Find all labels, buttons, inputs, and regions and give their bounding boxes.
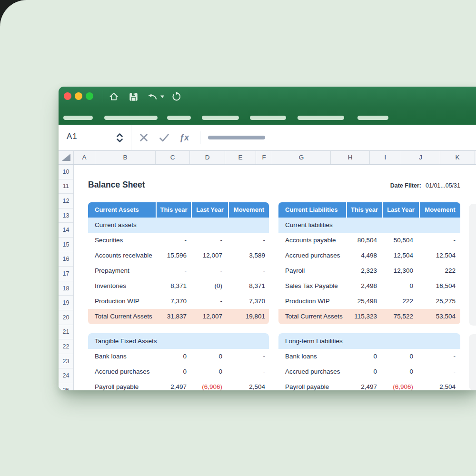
cell-value[interactable]: -: [419, 364, 460, 379]
row-label[interactable]: Accrued purchases: [278, 364, 346, 379]
column-header-i[interactable]: I: [370, 151, 401, 164]
cell-value[interactable]: -: [228, 233, 269, 248]
cell-value[interactable]: 12,504: [382, 248, 419, 263]
table-header-cell[interactable]: Movement: [419, 202, 460, 218]
row-label[interactable]: Payroll: [278, 263, 346, 278]
cell-value[interactable]: 0: [191, 349, 228, 364]
menu-item-placeholder[interactable]: [202, 116, 239, 120]
column-header-h[interactable]: H: [331, 151, 370, 164]
cell-value[interactable]: 2,498: [346, 278, 382, 294]
cell-value[interactable]: -: [228, 263, 269, 278]
zoom-window-button[interactable]: [86, 92, 93, 100]
confirm-icon[interactable]: [158, 131, 170, 144]
table-title-row[interactable]: Long-term Liabilities: [278, 333, 460, 349]
date-filter-value[interactable]: 01/01...05/31: [426, 182, 460, 189]
function-icon[interactable]: ƒx: [178, 131, 190, 144]
cell-value[interactable]: 2,497: [346, 379, 382, 390]
row-header[interactable]: 21: [59, 325, 73, 340]
cell-value[interactable]: 8,371: [156, 278, 191, 294]
row-label[interactable]: Bank loans: [88, 349, 156, 364]
cell-value[interactable]: 25,498: [346, 294, 382, 309]
row-label[interactable]: Accounts payable: [278, 233, 346, 248]
cell-value[interactable]: 0: [382, 278, 419, 294]
cell-value[interactable]: 222: [382, 294, 419, 309]
row-header[interactable]: 20: [59, 310, 73, 325]
menu-item-placeholder[interactable]: [357, 116, 388, 120]
select-all-corner[interactable]: [59, 151, 74, 164]
cell-value[interactable]: -: [228, 364, 269, 379]
row-label[interactable]: Securities: [88, 233, 156, 248]
row-label[interactable]: Inventories: [88, 278, 156, 294]
cell-value[interactable]: 115,323: [346, 309, 382, 324]
cell-value[interactable]: 2,323: [346, 263, 382, 278]
cell-value[interactable]: 16,504: [419, 278, 460, 294]
cell-value[interactable]: 12,504: [419, 248, 460, 263]
row-label[interactable]: Payroll payable: [88, 379, 156, 390]
column-header-e[interactable]: E: [225, 151, 256, 164]
row-label[interactable]: Accrued purchases: [88, 364, 156, 379]
cell-value[interactable]: 31,837: [156, 309, 191, 324]
cell-value[interactable]: 3,589: [228, 248, 269, 263]
cell-value[interactable]: 4,498: [346, 248, 382, 263]
row-label[interactable]: Total Current Assets: [88, 309, 156, 324]
row-label[interactable]: Production WIP: [88, 294, 156, 309]
menu-item-placeholder[interactable]: [298, 116, 344, 120]
menu-item-placeholder[interactable]: [104, 116, 158, 120]
column-header-c[interactable]: C: [156, 151, 190, 164]
row-label[interactable]: Accrued purchases: [278, 248, 346, 263]
cell-value[interactable]: 25,275: [419, 294, 460, 309]
cell-value[interactable]: 19,801: [228, 309, 269, 324]
cell-value[interactable]: 12,007: [191, 248, 228, 263]
row-header[interactable]: 25: [59, 383, 73, 390]
cell-value[interactable]: 0: [156, 364, 191, 379]
cell-value[interactable]: 2,504: [419, 379, 460, 390]
row-label[interactable]: Sales Tax Payable: [278, 278, 346, 294]
cell-value[interactable]: 8,371: [228, 278, 269, 294]
row-label[interactable]: Bank loans: [278, 349, 346, 364]
cell-value[interactable]: -: [156, 263, 191, 278]
column-header-a[interactable]: A: [74, 151, 95, 164]
cell-value[interactable]: 50,504: [382, 233, 419, 248]
menu-item-placeholder[interactable]: [167, 116, 191, 120]
cell-value[interactable]: 222: [419, 263, 460, 278]
name-box[interactable]: A1: [67, 132, 78, 141]
save-icon[interactable]: [127, 90, 139, 103]
home-icon[interactable]: [108, 90, 120, 103]
row-header[interactable]: 19: [59, 296, 73, 310]
cell-value[interactable]: -: [419, 233, 460, 248]
cell-value[interactable]: 15,596: [156, 248, 191, 263]
cell-value[interactable]: 2,497: [156, 379, 191, 390]
row-header[interactable]: 17: [59, 267, 73, 281]
column-header-j[interactable]: J: [401, 151, 440, 164]
column-header-g[interactable]: G: [272, 151, 331, 164]
cell-value[interactable]: -: [228, 349, 269, 364]
cell-value[interactable]: 7,370: [156, 294, 191, 309]
cell-reference-stepper-icon[interactable]: [113, 131, 126, 144]
row-header[interactable]: 10: [59, 165, 73, 179]
row-label[interactable]: Total Current Assets: [278, 309, 346, 324]
redo-icon[interactable]: [170, 90, 182, 103]
table-section-row[interactable]: Current liabilities: [278, 218, 460, 233]
cell-value-negative[interactable]: (6,906): [382, 379, 419, 390]
row-label[interactable]: Prepayment: [88, 263, 156, 278]
table-header-cell[interactable]: Current Liabilities: [278, 202, 346, 218]
row-header[interactable]: 18: [59, 281, 73, 296]
undo-icon[interactable]: [145, 90, 159, 103]
row-header[interactable]: 22: [59, 339, 73, 354]
table-header-cell[interactable]: Last Year: [382, 202, 419, 218]
cell-value[interactable]: 0: [346, 349, 382, 364]
column-header-k[interactable]: K: [440, 151, 475, 164]
cell-value[interactable]: 0: [156, 349, 191, 364]
row-header[interactable]: 15: [59, 238, 73, 252]
row-header[interactable]: 11: [59, 179, 73, 194]
table-header-cell[interactable]: Movement: [228, 202, 269, 218]
cell-value[interactable]: 0: [191, 364, 228, 379]
close-window-button[interactable]: [64, 92, 71, 100]
row-header[interactable]: 24: [59, 368, 73, 383]
cell-value[interactable]: 53,504: [419, 309, 460, 324]
table-header-cell[interactable]: Current Assets: [88, 202, 156, 218]
cell-value[interactable]: 12,007: [191, 309, 228, 324]
row-label[interactable]: Payroll payable: [278, 379, 346, 390]
cell-value[interactable]: 2,504: [228, 379, 269, 390]
row-header[interactable]: 16: [59, 252, 73, 267]
